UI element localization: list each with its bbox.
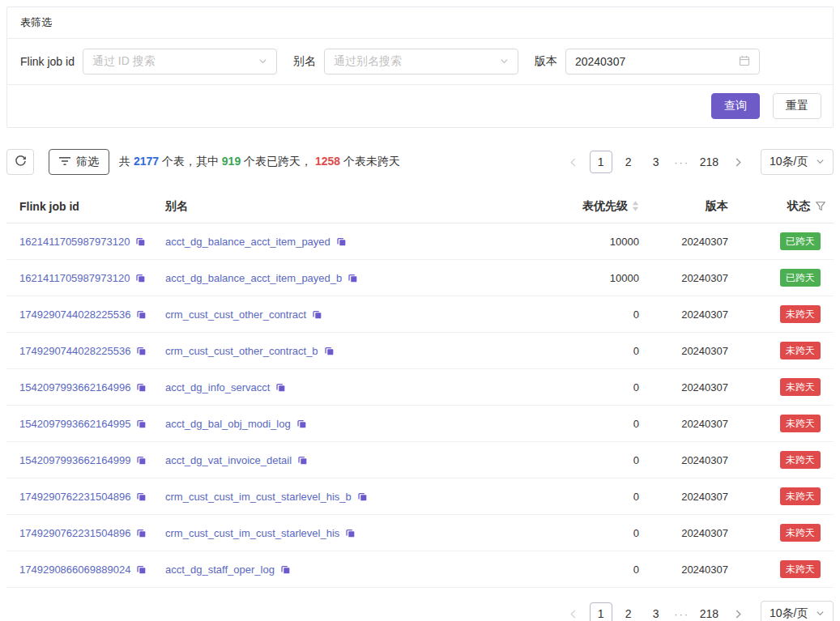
status-badge: 未跨天 (780, 524, 821, 542)
summary-text: 个表已跨天， (241, 155, 315, 168)
filter-panel-title: 表筛选 (7, 7, 833, 39)
copy-icon[interactable] (297, 455, 308, 466)
search-button[interactable]: 查询 (711, 93, 760, 119)
summary-text: 共 (119, 155, 134, 168)
status-filter-icon[interactable] (816, 202, 825, 211)
alias-link[interactable]: crm_cust_cust_other_contract_b (165, 345, 318, 357)
next-page-button[interactable] (727, 151, 749, 173)
table-row: 1542097993662164996 acct_dg_info_servacc… (6, 369, 834, 406)
version-value: 20240307 (639, 236, 728, 248)
alias-link[interactable]: acct_dg_staff_oper_log (165, 564, 275, 576)
status-badge: 未跨天 (780, 415, 821, 432)
priority-value: 10000 (542, 272, 639, 284)
copy-icon[interactable] (136, 455, 147, 466)
version-value: 20240307 (639, 454, 728, 466)
table-row: 1749290762231504896 crm_cust_cust_im_cus… (6, 479, 834, 515)
version-input[interactable] (575, 55, 721, 68)
priority-value: 0 (542, 491, 639, 503)
next-page-button[interactable] (727, 602, 749, 621)
flink-job-id-link[interactable]: 1542097993662164995 (19, 418, 130, 430)
page-button-last[interactable]: 218 (697, 151, 722, 173)
copy-icon[interactable] (136, 419, 147, 429)
reset-button[interactable]: 重置 (773, 93, 821, 119)
status-badge: 未跨天 (780, 451, 821, 469)
alias-link[interactable]: acct_dg_balance_acct_item_payed_b (165, 272, 342, 284)
page-button-3[interactable]: 3 (645, 602, 667, 621)
alias-link[interactable]: acct_dg_info_servacct (165, 381, 270, 393)
flink-job-id-link[interactable]: 1542097993662164999 (19, 454, 130, 466)
column-header-status: 状态 (728, 199, 834, 214)
alias-placeholder: 通过别名搜索 (334, 54, 402, 69)
table-summary: 共 2177 个表，其中 919 个表已跨天， 1258 个表未跨天 (119, 155, 400, 169)
page-size-value: 10条/页 (770, 155, 808, 169)
refresh-button[interactable] (6, 149, 34, 175)
version-value: 20240307 (639, 308, 728, 321)
alias-link[interactable]: crm_cust_cust_other_contract (165, 308, 306, 321)
flink-job-id-link[interactable]: 1621411705987973120 (19, 236, 130, 248)
page-size-select[interactable]: 10条/页 (761, 149, 834, 175)
filter-panel: 表筛选 Flink job id 通过 ID 搜索 别名 通过别名搜索 版本 (6, 6, 834, 128)
alias-link[interactable]: crm_cust_cust_im_cust_starlevel_his_b (165, 491, 352, 503)
copy-icon[interactable] (357, 491, 368, 502)
field-alias: 别名 通过别名搜索 (293, 49, 518, 74)
prev-page-button[interactable] (562, 151, 585, 173)
table-row: 1749290762231504896 crm_cust_cust_im_cus… (6, 515, 834, 551)
alias-link[interactable]: acct_dg_balance_acct_item_payed (165, 236, 330, 248)
page-button-2[interactable]: 2 (617, 151, 640, 173)
copy-icon[interactable] (135, 236, 146, 247)
table-body: 1621411705987973120 acct_dg_balance_acct… (6, 223, 834, 588)
flink-job-id-link[interactable]: 1749290762231504896 (19, 491, 130, 503)
status-badge: 未跨天 (780, 378, 821, 396)
copy-icon[interactable] (296, 419, 307, 429)
flink-job-id-link[interactable]: 1542097993662164996 (19, 381, 130, 393)
status-badge: 未跨天 (780, 305, 821, 323)
page-jump-ellipsis[interactable]: ··· (672, 608, 692, 620)
sort-icon[interactable] (632, 201, 639, 211)
flink-job-id-link[interactable]: 1621411705987973120 (19, 272, 130, 284)
page-jump-ellipsis[interactable]: ··· (672, 156, 692, 168)
page-button-2[interactable]: 2 (617, 602, 640, 621)
flink-job-id-select[interactable]: 通过 ID 搜索 (83, 49, 277, 74)
version-value: 20240307 (639, 527, 728, 539)
chevron-down-icon (258, 55, 267, 68)
alias-link[interactable]: crm_cust_cust_im_cust_starlevel_his (165, 527, 339, 539)
copy-icon[interactable] (136, 346, 147, 356)
table-toolbar: 筛选 共 2177 个表，其中 919 个表已跨天， 1258 个表未跨天 1 … (6, 149, 834, 175)
page-button-3[interactable]: 3 (645, 151, 667, 173)
flink-job-id-link[interactable]: 1749290744028225536 (19, 308, 130, 321)
status-badge: 未跨天 (780, 560, 821, 578)
status-badge: 已跨天 (780, 232, 821, 250)
copy-icon[interactable] (336, 236, 347, 247)
copy-icon[interactable] (345, 528, 356, 538)
table-header-row: Flink job id 别名 表优先级 版本 状态 (6, 189, 834, 223)
copy-icon[interactable] (136, 528, 147, 538)
page-size-select[interactable]: 10条/页 (761, 601, 834, 621)
column-header-flink-job-id: Flink job id (6, 200, 165, 213)
alias-select[interactable]: 通过别名搜索 (324, 49, 518, 74)
copy-icon[interactable] (312, 309, 322, 320)
version-date-input[interactable] (565, 49, 760, 74)
alias-link[interactable]: acct_dg_bal_obj_modi_log (165, 418, 291, 430)
page-button-1[interactable]: 1 (590, 602, 612, 621)
flink-job-id-link[interactable]: 1749290762231504896 (19, 527, 130, 539)
version-value: 20240307 (639, 381, 728, 393)
copy-icon[interactable] (136, 309, 147, 320)
copy-icon[interactable] (280, 564, 291, 575)
copy-icon[interactable] (324, 346, 335, 356)
copy-icon[interactable] (275, 382, 286, 393)
copy-icon[interactable] (135, 273, 146, 283)
alias-link[interactable]: acct_dg_vat_invoice_detail (165, 454, 292, 466)
flink-job-id-link[interactable]: 1749290866069889024 (19, 564, 130, 576)
prev-page-button[interactable] (562, 602, 585, 621)
copy-icon[interactable] (136, 382, 147, 393)
copy-icon[interactable] (348, 273, 358, 283)
pagination-bottom: 1 2 3 ··· 218 10条/页 (562, 601, 834, 621)
copy-icon[interactable] (136, 564, 147, 575)
version-value: 20240307 (639, 272, 728, 284)
filter-button[interactable]: 筛选 (49, 149, 109, 175)
copy-icon[interactable] (136, 491, 147, 502)
flink-job-id-link[interactable]: 1749290744028225536 (19, 345, 130, 357)
page-button-last[interactable]: 218 (697, 602, 722, 621)
page-button-1[interactable]: 1 (590, 151, 612, 173)
status-badge: 未跨天 (780, 487, 821, 505)
